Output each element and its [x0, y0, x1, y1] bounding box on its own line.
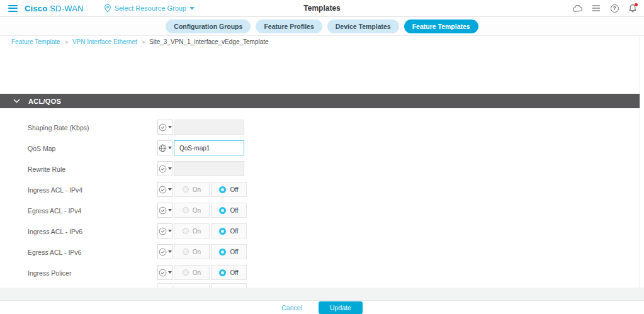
tab-feature-profiles[interactable]: Feature Profiles: [256, 20, 322, 33]
radio-icon: [183, 228, 189, 234]
radio-label: On: [193, 207, 201, 214]
field-label: Ingress ACL - IPv6: [28, 228, 82, 235]
form-row: Ingress ACL - IPv6 OnOff: [0, 221, 644, 242]
radio-icon: [219, 207, 226, 214]
scope-dropdown[interactable]: [157, 223, 172, 238]
radio-icon: [183, 269, 189, 276]
field-label: Rewrite Rule: [28, 165, 65, 173]
question-mark: ?: [611, 4, 619, 13]
caret-down-icon: [168, 250, 172, 253]
scope-dropdown[interactable]: [157, 140, 172, 155]
field-control: OnOff: [157, 265, 247, 280]
field-input[interactable]: [174, 140, 244, 155]
field-control: [157, 161, 244, 176]
breadcrumb-separator: >: [65, 39, 68, 45]
tab-feature-templates[interactable]: Feature Templates: [404, 20, 478, 33]
field-control: OnOff: [157, 244, 247, 259]
caret-down-icon: [168, 209, 172, 211]
scope-dropdown[interactable]: [157, 244, 172, 259]
resource-group-label: Select Resource Group: [115, 4, 186, 12]
radio-label: On: [193, 228, 201, 235]
breadcrumb-separator: >: [142, 39, 145, 45]
radio-label: On: [193, 269, 201, 276]
check-circle-icon: [159, 269, 167, 277]
radio-option-on[interactable]: On: [174, 182, 210, 197]
scope-dropdown[interactable]: [157, 203, 172, 218]
breadcrumb-item: Site_3_VPN_1_interface_vEdge_Template: [149, 38, 269, 45]
radio-option-off[interactable]: Off: [211, 265, 247, 280]
menu-icon[interactable]: [8, 5, 18, 12]
radio-option-off[interactable]: Off: [211, 203, 247, 218]
caret-down-icon: [168, 188, 172, 191]
chevron-down-icon: [13, 99, 20, 103]
field-control: OnOff: [157, 182, 247, 197]
radio-icon: [219, 228, 226, 235]
form-row: Shaping Rate (Kbps): [0, 117, 644, 138]
brand-rest: SD-WAN: [47, 4, 83, 13]
radio-option-on[interactable]: On: [174, 203, 210, 218]
scope-dropdown[interactable]: [157, 161, 172, 176]
task-list-icon[interactable]: [591, 3, 601, 13]
scope-dropdown[interactable]: [157, 182, 172, 197]
scroll-area-footer-band: [0, 288, 644, 301]
caret-down-icon: [168, 147, 172, 149]
tab-configuration-groups[interactable]: Configuration Groups: [166, 20, 251, 33]
radio-label: On: [193, 186, 201, 193]
chevron-down-icon: [189, 7, 195, 10]
field-input: [174, 120, 244, 135]
radio-icon: [219, 269, 226, 276]
radio-icon: [219, 249, 226, 255]
notifications-bell-icon[interactable]: [628, 3, 638, 13]
field-label: QoS Map: [28, 145, 55, 152]
check-circle-icon: [159, 248, 167, 256]
header-actions: ?: [573, 3, 638, 13]
location-pin-icon: [104, 4, 111, 13]
tab-device-templates[interactable]: Device Templates: [327, 20, 399, 33]
field-label: Shaping Rate (Kbps): [28, 124, 89, 132]
update-button[interactable]: Update: [319, 301, 363, 314]
radio-icon: [183, 186, 189, 193]
form-row: QoS Map: [0, 138, 644, 159]
check-circle-icon: [159, 123, 167, 132]
field-label: Ingress Policer: [28, 269, 71, 277]
radio-option-off[interactable]: Off: [211, 223, 247, 238]
cancel-button[interactable]: Cancel: [281, 304, 302, 311]
caret-down-icon: [168, 126, 172, 128]
field-label: Ingress ACL - IPv4: [28, 186, 82, 194]
radio-label: Off: [230, 228, 238, 235]
check-circle-icon: [159, 165, 167, 173]
cloud-icon[interactable]: [573, 3, 583, 13]
scope-dropdown[interactable]: [157, 120, 172, 135]
scope-dropdown[interactable]: [157, 265, 172, 280]
radio-option-on[interactable]: On: [174, 265, 210, 280]
form-row: Egress ACL - IPv4 OnOff: [0, 200, 644, 221]
form-footer: Cancel Update: [0, 301, 644, 314]
page-title: Templates: [303, 4, 340, 13]
radio-label: Off: [230, 186, 238, 193]
radio-option-on[interactable]: On: [174, 223, 210, 238]
form-row: Ingress Policer OnOff: [0, 262, 644, 283]
notification-badge: [635, 3, 638, 6]
radio-label: Off: [230, 207, 238, 214]
help-icon[interactable]: ?: [609, 3, 619, 13]
caret-down-icon: [168, 167, 172, 170]
section-header-acl-qos[interactable]: ACL/QOS: [0, 94, 640, 108]
breadcrumb-item[interactable]: Feature Template: [11, 38, 60, 45]
resource-group-selector[interactable]: Select Resource Group: [104, 4, 195, 13]
check-circle-icon: [159, 186, 167, 194]
radio-icon: [183, 207, 189, 213]
radio-option-off[interactable]: Off: [211, 182, 247, 197]
radio-option-on[interactable]: On: [174, 244, 210, 259]
field-input: [174, 161, 244, 176]
field-control: [157, 140, 244, 155]
caret-down-icon: [168, 271, 172, 274]
field-control: [157, 120, 244, 135]
app-header: Cisco SD-WAN Select Resource Group Templ…: [0, 0, 644, 17]
field-label: Egress ACL - IPv4: [28, 207, 81, 215]
form-row: Rewrite Rule: [0, 159, 644, 179]
radio-label: Off: [230, 269, 238, 276]
radio-option-off[interactable]: Off: [211, 244, 247, 259]
breadcrumb-item[interactable]: VPN Interface Ethernet: [72, 38, 137, 45]
form-row: Ingress ACL - IPv4 OnOff: [0, 179, 644, 200]
acl-qos-form: Shaping Rate (Kbps) QoS Map Rewrite Rule…: [0, 117, 644, 283]
